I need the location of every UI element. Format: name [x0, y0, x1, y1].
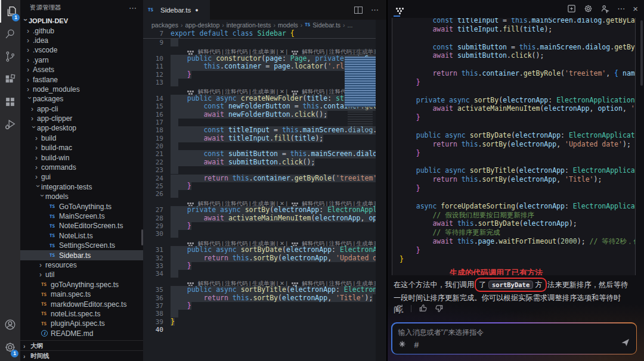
code-line-12[interactable]: 12 }	[143, 71, 376, 79]
code-line-35[interactable]: 35 public async sortByTitle(electronApp:…	[143, 286, 376, 294]
tree-item-Sidebar.ts[interactable]: TSSidebar.ts	[20, 250, 143, 260]
send-icon[interactable]	[621, 338, 630, 350]
split-editor-icon[interactable]	[354, 7, 363, 14]
code-line-26[interactable]: 26	[143, 190, 376, 198]
code-line-34[interactable]: 34	[143, 270, 376, 278]
code-line-38[interactable]: 38	[143, 310, 376, 318]
outline-section[interactable]: ›大纲	[20, 340, 143, 351]
code-line-31[interactable]: 31 public async sortByDate(electronApp: …	[143, 246, 376, 254]
minimap[interactable]	[345, 49, 376, 145]
tree-item-JOPLIN-DEV[interactable]: ›JOPLIN-DEV	[20, 16, 143, 26]
tree-item-noteList.spec.ts[interactable]: TSnoteList.spec.ts	[20, 309, 143, 319]
tree-item-main.spec.ts[interactable]: TSmain.spec.ts	[20, 290, 143, 299]
codelens-row[interactable]: 解释代码 | 注释代码 | 生成单测 | ✕ | 解释代码 | 注释代码 | 生…	[143, 278, 376, 286]
explorer-icon[interactable]: 1	[0, 0, 21, 23]
panel-scrollbar[interactable]	[640, 20, 643, 86]
tree-item-app-cli[interactable]: ›app-cli	[20, 104, 143, 114]
code-line-20[interactable]: 20	[143, 142, 376, 150]
tree-item-app-clipper[interactable]: ›app-clipper	[20, 114, 143, 123]
code-line-13[interactable]: 13	[143, 79, 376, 86]
new-chat-icon[interactable]	[567, 4, 576, 13]
tree-item-commands[interactable]: ›commands	[20, 163, 143, 172]
magic-command-icon[interactable]	[398, 340, 406, 350]
code-editor[interactable]: 7 export default class Sidebar { 9 解释代码 …	[143, 30, 386, 361]
codelens-row[interactable]: 解释代码 | 注释代码 | 生成单测 | ✕ | 解释代码 | 注释代码 | 生…	[143, 46, 376, 54]
codelens-row[interactable]: 解释代码 | 注释代码 | 生成单测 | ✕ | 解释代码 | 注释代码 | 生…	[143, 238, 376, 246]
code-line-32[interactable]: 32 return this.sortBy(electronApp, 'Upda…	[143, 254, 376, 262]
tree-item-MainScreen.ts[interactable]: TSMainScreen.ts	[20, 211, 143, 221]
thumbs-down-icon[interactable]	[435, 304, 444, 313]
user-feedback-icon[interactable]	[600, 4, 609, 13]
panel-close-icon[interactable]: ×	[633, 4, 638, 14]
tree-item-NoteEditorScreen.ts[interactable]: TSNoteEditorScreen.ts	[20, 221, 143, 231]
context-hash-icon[interactable]: #	[414, 340, 419, 350]
tree-item-node_modules[interactable]: ›node_modules	[20, 85, 143, 94]
tree-item-app-desktop[interactable]: ›app-desktop	[20, 123, 143, 133]
code-line-19[interactable]: 19 await titleInput.fill(title);	[143, 135, 376, 142]
code-line-15[interactable]: 15 const newFolderButton = this.containe…	[143, 102, 376, 110]
settings-gear-icon[interactable]: 1	[0, 336, 20, 359]
tree-item-.idea[interactable]: ›.idea	[20, 36, 143, 45]
timeline-section[interactable]: ›时间线	[20, 350, 143, 361]
tree-item-README.md[interactable]: iREADME.md	[20, 329, 143, 338]
tree-item-fastlane[interactable]: ›fastlane	[20, 74, 143, 84]
code-line-40[interactable]: 40	[143, 326, 376, 334]
grid-icon[interactable]	[0, 91, 20, 113]
code-line-11[interactable]: 11 this.container = page.locator('.rli-s…	[143, 63, 376, 70]
editor-more-icon[interactable]: ⋯	[371, 5, 379, 14]
code-line-39[interactable]: 39}	[143, 318, 376, 326]
tree-item-util[interactable]: ›util	[20, 270, 143, 279]
breadcrumb-item[interactable]: app-desktop	[185, 21, 219, 29]
tree-item-models[interactable]: ›models	[20, 192, 143, 201]
tree-item-.github[interactable]: ›.github	[20, 26, 143, 35]
code-line-17[interactable]: 17	[143, 119, 376, 126]
tree-item-integration-tests[interactable]: ›integration-tests	[20, 182, 143, 192]
tab-sidebar-ts[interactable]: TS Sidebar.ts ●	[143, 0, 210, 20]
code-line-25[interactable]: 25 }	[143, 182, 376, 190]
tree-item-build[interactable]: ›build	[20, 133, 143, 143]
code-line-24[interactable]: 24 return this.container.getByRole('tree…	[143, 175, 376, 182]
sticky-scroll-line[interactable]: 7 export default class Sidebar {	[143, 30, 386, 39]
run-tools-icon[interactable]	[0, 113, 20, 136]
code-line-29[interactable]: 29 }	[143, 222, 376, 230]
code-line-14[interactable]: 14 public async createNewFolder(title: s…	[143, 95, 376, 102]
code-line-36[interactable]: 36 return this.sortBy(electronApp, 'Titl…	[143, 294, 376, 302]
tree-item-packages[interactable]: ›packages	[20, 94, 143, 104]
search-icon[interactable]	[0, 23, 20, 45]
sidebar-more-icon[interactable]: ⋯	[129, 4, 137, 13]
tree-item-.yarn[interactable]: ›.yarn	[20, 55, 143, 65]
codelens-actions[interactable]: 解释代码 | 注释代码 | 生成单测 | ✕ | 解释代码 | 注释代码 | 生…	[187, 279, 376, 287]
code-line-16[interactable]: 16 await newFolderButton.click();	[143, 111, 376, 119]
code-line-28[interactable]: 28 await activateMainMenuItem(electronAp…	[143, 214, 376, 222]
chat-input-placeholder[interactable]: 输入消息或者"/"来选择指令	[398, 328, 630, 338]
extensions-icon[interactable]	[0, 68, 20, 91]
regenerate-icon[interactable]	[395, 304, 404, 313]
panel-settings-icon[interactable]	[584, 4, 593, 13]
thumbs-up-icon[interactable]	[419, 304, 428, 313]
codelens-actions[interactable]: 解释代码 | 注释代码 | 生成单测 | ✕ | 解释代码 | 注释代码 | 生…	[187, 239, 376, 247]
breadcrumb-item[interactable]: Sidebar.ts	[312, 21, 340, 29]
editor-scrollbar[interactable]	[376, 20, 386, 361]
codelens-row[interactable]: 解释代码 | 注释代码 | 生成单测 | ✕ | 解释代码 | 注释代码 | 生…	[143, 86, 376, 94]
tree-item-build-mac[interactable]: ›build-mac	[20, 143, 143, 153]
code-line-21[interactable]: 21 const submitButton = this.mainScreen.…	[143, 150, 376, 158]
code-line-23[interactable]: 23	[143, 166, 376, 174]
tree-item-resources[interactable]: ›resources	[20, 260, 143, 270]
code-line-9[interactable]: 9	[143, 39, 376, 46]
code-line-33[interactable]: 33 }	[143, 262, 376, 270]
code-line-22[interactable]: 22 await submitButton.click();	[143, 158, 376, 166]
tree-item-GoToAnything.ts[interactable]: TSGoToAnything.ts	[20, 201, 143, 211]
panel-more-icon[interactable]: ⋯	[617, 4, 625, 13]
assistant-tab[interactable]	[394, 0, 400, 17]
tree-item-SettingsScreen.ts[interactable]: TSSettingsScreen.ts	[20, 241, 143, 250]
code-line-37[interactable]: 37 }	[143, 302, 376, 310]
account-icon[interactable]	[0, 313, 20, 336]
codelens-row[interactable]: 解释代码 | 注释代码 | 生成单测 | ✕ | 解释代码 | 注释代码 | 生…	[143, 198, 376, 206]
chat-input-box[interactable]: 输入消息或者"/"来选择指令 #	[391, 322, 637, 354]
tree-item-NoteList.ts[interactable]: TSNoteList.ts	[20, 231, 143, 241]
tree-item-gui[interactable]: ›gui	[20, 172, 143, 182]
code-line-30[interactable]: 30	[143, 230, 376, 238]
breadcrumb-item[interactable]: packages	[151, 21, 178, 29]
code-line-10[interactable]: 10 public constructor(page: Page, privat…	[143, 55, 376, 63]
breadcrumb-item[interactable]: ...	[348, 21, 353, 29]
